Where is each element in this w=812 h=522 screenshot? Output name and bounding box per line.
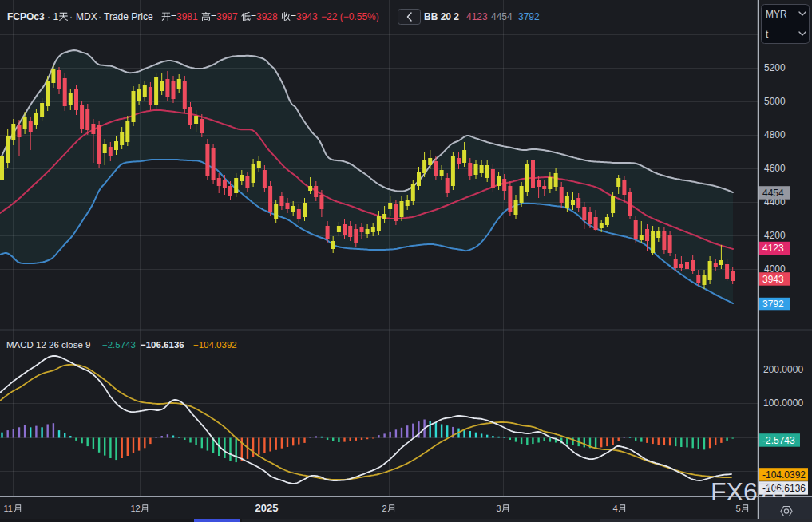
svg-text:MACD 12 26 close 9−2.5743−106.: MACD 12 26 close 9−2.5743−106.6136−104.0… — [6, 340, 237, 350]
svg-text:2: 2 — [382, 504, 386, 513]
svg-text:BB 20 2: BB 20 2 — [424, 11, 459, 22]
svg-text:4454: 4454 — [762, 188, 784, 199]
svg-text:−22 (−0.55%): −22 (−0.55%) — [321, 11, 379, 22]
svg-text:3792: 3792 — [762, 299, 784, 310]
svg-text:·: · — [47, 11, 50, 22]
svg-text:MDX: MDX — [76, 11, 97, 22]
svg-text:4600: 4600 — [764, 163, 786, 174]
svg-text:=3997: =3997 — [211, 11, 238, 22]
svg-text:=3928: =3928 — [251, 11, 278, 22]
svg-text:4: 4 — [612, 504, 617, 513]
svg-text:MYR: MYR — [766, 9, 787, 20]
svg-text:5200: 5200 — [764, 62, 786, 73]
svg-text:3943: 3943 — [762, 274, 784, 285]
svg-text:1: 1 — [53, 11, 59, 22]
svg-text:3792: 3792 — [518, 11, 540, 22]
svg-text:11: 11 — [3, 504, 12, 513]
svg-text:12: 12 — [130, 504, 140, 513]
svg-text:5000: 5000 — [764, 96, 786, 107]
svg-text:FCPOc3: FCPOc3 — [7, 11, 45, 22]
svg-text:4800: 4800 — [764, 129, 786, 140]
svg-text:·: · — [69, 11, 73, 22]
svg-text:4200: 4200 — [764, 230, 786, 241]
svg-text:=3981: =3981 — [171, 11, 198, 22]
svg-text:-2.5743: -2.5743 — [762, 435, 795, 446]
svg-text:Trade Price: Trade Price — [104, 11, 153, 22]
svg-text:=3943: =3943 — [291, 11, 318, 22]
svg-text:4454: 4454 — [491, 11, 513, 22]
svg-text:2025: 2025 — [255, 502, 279, 514]
svg-text:4123: 4123 — [466, 11, 488, 22]
svg-text:3: 3 — [496, 504, 501, 513]
svg-text:100.0000: 100.0000 — [763, 397, 803, 409]
svg-text:·: · — [98, 11, 101, 22]
svg-text:200.0000: 200.0000 — [763, 364, 803, 375]
svg-text:4123: 4123 — [762, 243, 784, 254]
